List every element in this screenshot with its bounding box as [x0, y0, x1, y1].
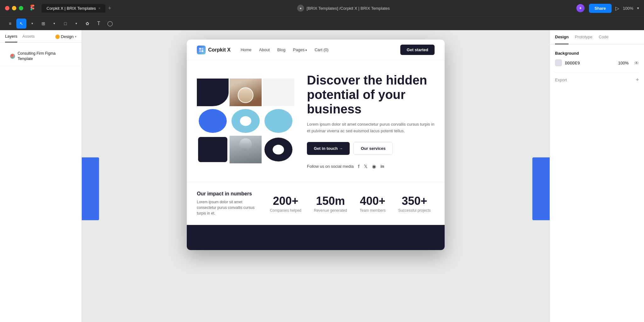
mock-stats: Our impact in numbers Lorem ipsum dolor … [187, 182, 445, 225]
mock-logo-text: Corpkit X [208, 47, 230, 53]
active-tab[interactable]: Corpkit X | BRIX Templates × [42, 4, 105, 13]
blue-accent-left [82, 157, 99, 220]
export-add-button[interactable]: + [636, 77, 639, 83]
nav-link-cart[interactable]: Cart (0) [314, 47, 328, 52]
twitter-icon[interactable]: 𝕏 [364, 164, 368, 169]
stat-team-label: Team members [360, 208, 386, 213]
stat-projects-number: 350+ [398, 194, 430, 208]
nav-link-pages[interactable]: Pages [293, 47, 307, 52]
stat-companies-number: 200+ [270, 194, 301, 208]
select-tool-group: ↖ ▾ [16, 19, 37, 29]
svg-rect-2 [199, 50, 201, 52]
layer-item[interactable]: Consulting Firm Figma Template [5, 48, 76, 65]
pen-tool[interactable]: ✿ [82, 19, 92, 29]
zoom-chevron[interactable]: ▾ [637, 6, 639, 10]
breadcrumb: [BRIX Templates] /Corpkit X | BRIX Templ… [307, 6, 390, 11]
close-button[interactable] [5, 6, 9, 10]
stat-revenue-label: Revenue generated [314, 208, 347, 213]
minimize-button[interactable] [12, 6, 16, 10]
vg-dark-square [198, 137, 227, 162]
stats-grid: 200+ Companies helped 150m Revenue gener… [266, 194, 435, 213]
zoom-level[interactable]: 100% [623, 6, 633, 11]
design-tab[interactable]: Design [555, 30, 569, 44]
stat-revenue-number: 150m [314, 194, 347, 208]
code-tab[interactable]: Code [599, 30, 608, 44]
user-avatar: ● [297, 5, 304, 12]
instagram-icon[interactable]: ◉ [372, 164, 376, 169]
social-row: Follow us on social media f 𝕏 ◉ in [307, 164, 435, 169]
shape-chevron[interactable]: ▾ [71, 19, 81, 29]
hero-title: Discover the hidden potential of your bu… [307, 73, 435, 116]
background-section: Background DDDDE9 100% 👁 [555, 51, 639, 66]
vg-lightblue-ring [231, 109, 259, 133]
title-bar: Corpkit X | BRIX Templates × + ● [BRIX T… [0, 0, 644, 16]
canvas-area[interactable]: Corpkit X Home About Blog Pages Cart (0)… [82, 30, 550, 322]
panel-tabs: Layers Assets Design ▾ [0, 30, 81, 43]
right-panel-tabs: Design Prototype Code [550, 30, 644, 45]
prototype-tab[interactable]: Prototype [575, 30, 592, 44]
svg-rect-3 [202, 50, 203, 52]
frame-tool[interactable]: ⊞ [38, 19, 48, 29]
frame-chevron[interactable]: ▾ [49, 19, 59, 29]
assets-tab[interactable]: Assets [22, 34, 35, 42]
design-label[interactable]: Design [61, 34, 74, 39]
vg-lightblue-small [264, 109, 292, 133]
left-panel: Layers Assets Design ▾ [0, 30, 82, 322]
svg-rect-0 [199, 48, 201, 50]
layers-tab[interactable]: Layers [5, 34, 17, 42]
vg-blue-circle [199, 109, 227, 133]
stat-companies: 200+ Companies helped [270, 194, 301, 213]
new-tab-button[interactable]: + [108, 5, 111, 12]
frame-tool-group: ⊞ ▾ [38, 19, 59, 29]
shape-tool[interactable]: □ [60, 19, 70, 29]
tab-area: Corpkit X | BRIX Templates × + [42, 4, 111, 13]
stat-projects-label: Successful projects [398, 208, 430, 213]
nav-link-blog[interactable]: Blog [277, 47, 286, 52]
design-chevron: ▾ [75, 35, 76, 38]
menu-button[interactable]: ≡ [5, 19, 15, 29]
vg-empty1 [263, 79, 294, 106]
mock-nav-links: Home About Blog Pages Cart (0) [241, 47, 400, 52]
export-label: Export [555, 78, 567, 82]
visibility-icon[interactable]: 👁 [634, 60, 639, 66]
select-chevron[interactable]: ▾ [27, 19, 37, 29]
right-panel-content: Background DDDDE9 100% 👁 Export + [550, 45, 644, 93]
title-center: ● [BRIX Templates] /Corpkit X | BRIX Tem… [115, 5, 572, 12]
toolbar: ≡ ↖ ▾ ⊞ ▾ □ ▾ ✿ T ◯ [0, 16, 644, 30]
traffic-lights [5, 6, 23, 10]
linkedin-icon[interactable]: in [380, 164, 384, 169]
main-layout: Layers Assets Design ▾ [0, 30, 644, 322]
select-tool[interactable]: ↖ [16, 19, 26, 29]
mock-dark-section [187, 225, 445, 250]
nav-link-about[interactable]: About [259, 47, 270, 52]
play-button[interactable]: ▷ [615, 5, 619, 11]
export-row: Export + [555, 73, 639, 87]
tab-close-button[interactable]: × [98, 6, 100, 10]
layer-name: Consulting Firm Figma Template [18, 51, 71, 62]
fullscreen-button[interactable] [19, 6, 23, 10]
get-in-touch-button[interactable]: Get in touch → [307, 142, 350, 155]
vg-dark-topleft [197, 79, 229, 106]
mock-hero: Discover the hidden potential of your bu… [187, 60, 445, 182]
color-swatch[interactable] [555, 59, 562, 66]
hero-description: Lorem ipsum dolor sit amet consectetur p… [307, 121, 435, 134]
title-right: ✦ Share ▷ 100% ▾ [576, 3, 639, 13]
background-title: Background [555, 51, 639, 56]
share-button[interactable]: Share [589, 4, 612, 13]
stat-revenue: 150m Revenue generated [314, 194, 347, 213]
logo-icon [197, 46, 206, 54]
our-services-button[interactable]: Our services [353, 142, 393, 155]
comment-tool[interactable]: ◯ [105, 19, 115, 29]
color-value[interactable]: DDDDE9 [565, 61, 580, 65]
text-tool[interactable]: T [94, 19, 104, 29]
svg-rect-1 [202, 48, 203, 50]
blue-accent-right [532, 157, 550, 220]
hero-visual-grid [197, 79, 294, 163]
facebook-icon[interactable]: f [358, 164, 359, 169]
stat-companies-label: Companies helped [270, 208, 301, 213]
mock-cta-button[interactable]: Get started [400, 45, 435, 55]
color-opacity[interactable]: 100% [618, 61, 629, 65]
stats-title: Our impact in numbers [197, 191, 260, 197]
tab-title: Corpkit X | BRIX Templates [47, 6, 96, 11]
nav-link-home[interactable]: Home [241, 47, 252, 52]
